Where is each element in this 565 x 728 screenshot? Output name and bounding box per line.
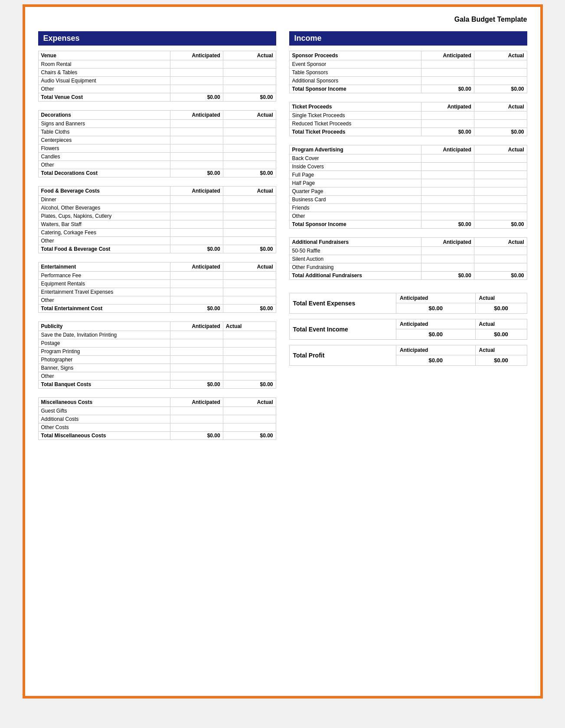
total-profit-actual-val: $0.00 <box>475 355 527 366</box>
food-beverage-actual-header: Actual <box>223 187 276 196</box>
ticket-anticipated-header: Antipated <box>421 102 474 111</box>
table-row: Entertainment Travel Expenses <box>38 288 276 296</box>
ticket-table: Ticket Proceeds Antipated Actual Single … <box>289 102 527 136</box>
entertainment-anticipated-header: Anticipated <box>170 262 223 272</box>
expenses-column: Expenses Venue Anticipated Actual Room R… <box>38 31 276 449</box>
ticket-total-label: Total Ticket Proceeds <box>289 128 421 136</box>
table-row: Program Printing <box>38 348 276 356</box>
table-row: Flowers <box>38 144 276 153</box>
sponsor-header: Sponsor Proceeds <box>289 51 421 60</box>
food-beverage-total-actual: $0.00 <box>223 245 276 253</box>
entertainment-actual-header: Actual <box>223 262 276 272</box>
table-row: Business Card <box>289 196 527 204</box>
venue-table: Venue Anticipated Actual Room RentalChai… <box>38 51 276 102</box>
entertainment-total-actual: $0.00 <box>223 305 276 313</box>
program-advertising-total-label: Total Sponsor Income <box>289 220 421 229</box>
total-profit-anticipated-head: Anticipated <box>396 345 475 355</box>
table-row: Silent Auction <box>289 255 527 263</box>
miscellaneous-header: Miscellaneous Costs <box>38 398 170 407</box>
program-advertising-total-anticipated: $0.00 <box>421 220 474 229</box>
program-advertising-actual-header: Actual <box>474 145 527 154</box>
table-row: Audio Visual Equipment <box>38 77 276 85</box>
table-row: Half Page <box>289 179 527 187</box>
table-row: Chairs & Tables <box>38 69 276 77</box>
income-header: Income <box>289 31 527 46</box>
sponsor-total-actual: $0.00 <box>474 85 527 93</box>
food-beverage-header: Food & Beverage Costs <box>38 187 170 196</box>
decorations-anticipated-header: Anticipated <box>170 111 223 120</box>
venue-total-anticipated: $0.00 <box>170 93 223 102</box>
table-row: Friends <box>289 204 527 212</box>
entertainment-total-anticipated: $0.00 <box>170 305 223 313</box>
entertainment-header: Entertainment <box>38 262 170 272</box>
venue-total-label: Total Venue Cost <box>38 93 170 102</box>
table-row: Waiters, Bar Staff <box>38 220 276 229</box>
table-row: Other Fundraising <box>289 263 527 272</box>
venue-anticipated-header: Anticipated <box>170 51 223 60</box>
sponsor-anticipated-header: Anticipated <box>421 51 474 60</box>
table-row: Other <box>38 296 276 305</box>
total-income-anticipated-val: $0.00 <box>396 329 475 340</box>
food-beverage-total-anticipated: $0.00 <box>170 245 223 253</box>
publicity-anticipated-header: Anticipated <box>170 322 223 331</box>
summary-area: Total Event Expenses Anticipated Actual … <box>289 293 527 366</box>
total-expenses-actual-val: $0.00 <box>475 303 527 314</box>
table-row: Full Page <box>289 171 527 179</box>
total-expenses-anticipated-val: $0.00 <box>396 303 475 314</box>
expenses-header: Expenses <box>38 31 276 46</box>
table-row: Reduced Ticket Proceeds <box>289 120 527 128</box>
table-row: Dinner <box>38 196 276 204</box>
miscellaneous-total-anticipated: $0.00 <box>170 432 223 440</box>
sponsor-total-anticipated: $0.00 <box>421 85 474 93</box>
fundraisers-total-label: Total Additional Fundraisers <box>289 272 421 280</box>
ticket-actual-header: Actual <box>474 102 527 111</box>
decorations-actual-header: Actual <box>223 111 276 120</box>
total-expenses-label: Total Event Expenses <box>289 293 396 314</box>
table-row: Centerpieces <box>38 136 276 144</box>
sponsor-total-label: Total Sponsor Income <box>289 85 421 93</box>
fundraisers-total-actual: $0.00 <box>474 272 527 280</box>
table-row: Other <box>38 85 276 93</box>
table-row: Plates, Cups, Napkins, Cutlery <box>38 212 276 220</box>
venue-actual-header: Actual <box>223 51 276 60</box>
table-row: 50-50 Raffle <box>289 247 527 255</box>
table-row: Table Sponsors <box>289 69 527 77</box>
miscellaneous-anticipated-header: Anticipated <box>170 398 223 407</box>
decorations-total-label: Total Decorations Cost <box>38 169 170 177</box>
miscellaneous-table: Miscellaneous Costs Anticipated Actual G… <box>38 397 276 440</box>
fundraisers-header: Additional Fundraisers <box>289 238 421 247</box>
total-income-anticipated-head: Anticipated <box>396 319 475 329</box>
table-row: Other Costs <box>38 423 276 432</box>
program-advertising-total-actual: $0.00 <box>474 220 527 229</box>
table-row: Guest Gifts <box>38 407 276 415</box>
table-row: Photographer <box>38 356 276 364</box>
publicity-total-actual: $0.00 <box>223 380 276 389</box>
fundraisers-actual-header: Actual <box>474 238 527 247</box>
table-row: Other <box>38 161 276 169</box>
total-expenses-anticipated-head: Anticipated <box>396 293 475 303</box>
total-profit-anticipated-val: $0.00 <box>396 355 475 366</box>
miscellaneous-actual-header: Actual <box>223 398 276 407</box>
food-beverage-anticipated-header: Anticipated <box>170 187 223 196</box>
table-row: Event Sponsor <box>289 60 527 69</box>
ticket-header: Ticket Proceeds <box>289 102 421 111</box>
publicity-header: Publicity <box>38 322 170 331</box>
decorations-header: Decorations <box>38 111 170 120</box>
sponsor-table: Sponsor Proceeds Anticipated Actual Even… <box>289 51 527 93</box>
table-row: Equipment Rentals <box>38 280 276 288</box>
publicity-actual-header: Actual <box>223 322 276 331</box>
page-title: Gala Budget Template <box>38 16 527 23</box>
table-row: Other <box>38 372 276 380</box>
program-advertising-table: Program Advertising Anticipated Actual B… <box>289 145 527 229</box>
miscellaneous-total-actual: $0.00 <box>223 432 276 440</box>
table-row: Table Cloths <box>38 128 276 136</box>
total-income-actual-head: Actual <box>475 319 527 329</box>
decorations-total-actual: $0.00 <box>223 169 276 177</box>
total-expenses-actual-head: Actual <box>475 293 527 303</box>
total-income-label: Total Event Income <box>289 319 396 340</box>
total-income-summary: Total Event Income Anticipated Actual $0… <box>289 319 527 340</box>
total-income-actual-val: $0.00 <box>475 329 527 340</box>
publicity-total-label: Total Banquet Costs <box>38 380 170 389</box>
miscellaneous-total-label: Total Miscellaneous Costs <box>38 432 170 440</box>
table-row: Banner, Signs <box>38 364 276 372</box>
